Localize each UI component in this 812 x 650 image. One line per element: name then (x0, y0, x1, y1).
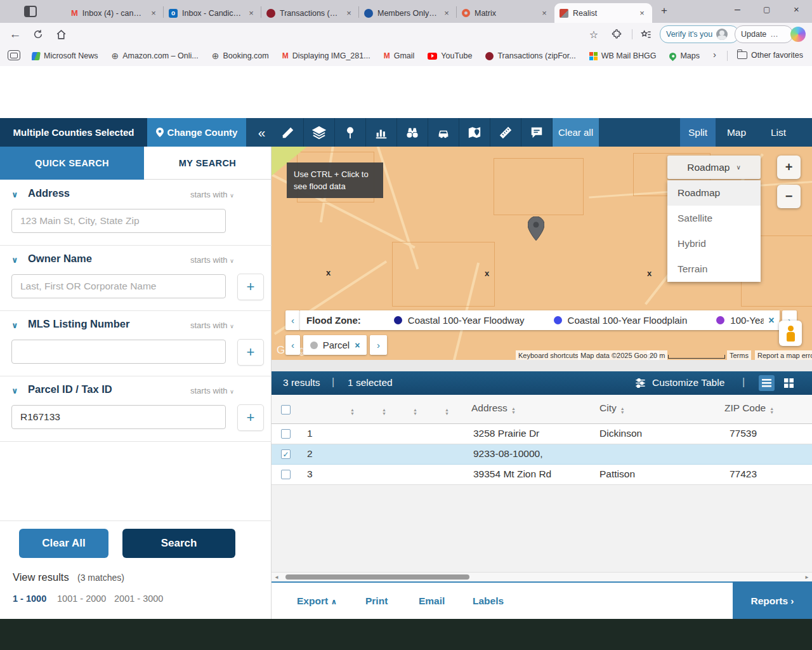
customize-table-icon[interactable] (634, 377, 646, 389)
window-maximize-icon[interactable]: ▢ (763, 5, 770, 14)
tab-close-icon[interactable]: × (148, 8, 159, 18)
other-favorites-button[interactable]: Other favorites (737, 51, 803, 60)
table-row[interactable]: 1 3258 Prairie Dr Dickinson 77539 (272, 424, 812, 444)
map-type-option-terrain[interactable]: Terrain (667, 256, 761, 282)
email-button[interactable]: Email (419, 595, 445, 607)
row-address[interactable]: 9233-08-10000, (473, 448, 542, 460)
sort-icon[interactable]: ▲▼ (378, 404, 386, 415)
sort-icon[interactable]: ▲▼ (346, 404, 355, 415)
tab-close-icon[interactable]: × (637, 8, 647, 18)
bookmark-maps[interactable]: Maps (669, 51, 700, 60)
zoom-in-button[interactable]: + (777, 156, 801, 179)
row-address[interactable]: 39354 Mt Zion Rd (473, 468, 551, 480)
add-mls-icon[interactable]: + (237, 339, 264, 366)
row-checkbox[interactable] (281, 470, 291, 479)
scrollbar-thumb[interactable] (285, 574, 469, 580)
labels-button[interactable]: Labels (473, 595, 504, 607)
map-type-option-roadmap[interactable]: Roadmap (667, 180, 761, 206)
map-canvas[interactable]: Use CTRL + Click tosee flood data x x x … (272, 147, 812, 360)
table-row-selected[interactable]: ✓ 2 9233-08-10000, (272, 444, 812, 465)
view-list-button[interactable]: List (757, 118, 799, 147)
tab-outlook-inbox[interactable]: o Inbox - Candice Clar × (164, 3, 261, 23)
customize-table-button[interactable]: Customize Table (652, 377, 724, 388)
export-button[interactable]: Export ∧ (297, 595, 337, 607)
scroll-right-icon[interactable]: ► (804, 574, 809, 580)
chart-icon[interactable] (366, 118, 397, 147)
clear-all-button[interactable]: Clear all (553, 118, 599, 147)
parcel-match-type[interactable]: starts with ∨ (190, 386, 234, 395)
bookmark-zipform[interactable]: Transactions (zipFor... (485, 51, 575, 60)
map-type-option-hybrid[interactable]: Hybrid (667, 231, 761, 256)
add-parcel-icon[interactable]: + (237, 404, 264, 431)
map-terms-link[interactable]: Terms (727, 350, 751, 360)
tab-matrix[interactable]: Matrix × (457, 3, 554, 23)
section-chevron-icon[interactable]: ∨ (11, 190, 18, 199)
print-button[interactable]: Print (365, 595, 388, 607)
home-icon[interactable] (52, 25, 70, 43)
parcel-id-input[interactable] (11, 405, 226, 429)
view-split-button[interactable]: Split (680, 118, 716, 147)
back-icon[interactable]: ← (6, 25, 24, 43)
layers-icon[interactable] (304, 118, 335, 147)
change-county-button[interactable]: Change County (147, 118, 246, 147)
bookmarks-overflow-icon[interactable]: › (713, 49, 716, 60)
bookmark-amazon[interactable]: ⊕Amazon.com – Onli... (111, 51, 198, 61)
grid-view-icon[interactable] (781, 375, 797, 391)
favorites-list-icon[interactable] (637, 25, 655, 43)
sort-icon[interactable]: ▲▼ (441, 404, 449, 415)
bookmark-youtube[interactable]: YouTube (428, 51, 472, 60)
select-all-checkbox[interactable] (281, 405, 291, 415)
page-link-3[interactable]: 2001 - 3000 (114, 594, 163, 604)
reports-button[interactable]: Reports › (733, 581, 812, 620)
bookmark-booking[interactable]: ⊕Booking.com (212, 51, 269, 61)
section-chevron-icon[interactable]: ∨ (11, 321, 18, 330)
row-checkbox[interactable] (281, 429, 291, 439)
search-button[interactable]: Search (122, 529, 235, 558)
bookmark-gmail[interactable]: MGmail (384, 51, 415, 60)
workspaces-icon[interactable] (24, 6, 37, 17)
table-row[interactable]: 3 39354 Mt Zion Rd Pattison 77423 (272, 465, 812, 485)
refresh-icon[interactable] (29, 25, 47, 43)
tab-zipform[interactable]: Transactions (zipFor × (261, 3, 359, 23)
row-checkbox-checked[interactable]: ✓ (281, 449, 291, 459)
bookmark-microsoft-news[interactable]: Microsoft News (32, 51, 98, 60)
map-type-button[interactable]: Roadmap ∨ (667, 156, 761, 179)
favorite-star-icon[interactable]: ☆ (585, 25, 603, 43)
comment-icon[interactable] (521, 118, 553, 147)
update-button[interactable]: Update … (735, 25, 793, 43)
extensions-icon[interactable] (608, 25, 625, 43)
tab-realist-active[interactable]: Realist × (554, 3, 652, 23)
legend-close-icon[interactable]: × (764, 313, 779, 328)
list-view-icon[interactable] (759, 375, 775, 391)
tab-close-icon[interactable]: × (539, 8, 549, 18)
map-pin-icon[interactable] (335, 118, 366, 147)
clear-all-button[interactable]: Clear All (19, 529, 108, 558)
sidebar-icon[interactable] (8, 50, 20, 60)
map-type-option-satellite[interactable]: Satellite (667, 206, 761, 231)
tab-quick-search[interactable]: QUICK SEARCH (0, 147, 144, 180)
chip-prev-icon[interactable]: ‹ (285, 335, 300, 355)
column-zip[interactable]: ZIP Code▲▼ (724, 402, 774, 414)
bookmark-wb-mail[interactable]: WB Mail BHGG (589, 51, 657, 60)
scroll-left-icon[interactable]: ◄ (274, 574, 279, 580)
binoculars-icon[interactable] (397, 118, 428, 147)
tab-close-icon[interactable]: × (344, 8, 354, 18)
zoom-out-button[interactable]: − (777, 185, 801, 208)
horizontal-scrollbar[interactable]: ◄ ► (272, 572, 812, 581)
view-map-button[interactable]: Map (716, 118, 757, 147)
mls-match-type[interactable]: starts with ∨ (190, 321, 234, 330)
tab-close-icon[interactable]: × (246, 8, 256, 18)
add-owner-icon[interactable]: + (237, 274, 264, 300)
new-tab-icon[interactable]: + (661, 4, 667, 17)
parcel-chip[interactable]: Parcel × (303, 335, 367, 355)
page-link-1[interactable]: 1 - 1000 (13, 594, 46, 604)
column-city[interactable]: City▲▼ (599, 402, 625, 414)
section-chevron-icon[interactable]: ∨ (11, 255, 18, 265)
mls-number-input[interactable] (11, 340, 226, 364)
tab-my-search[interactable]: MY SEARCH (144, 147, 271, 180)
parcel-chip-close-icon[interactable]: × (355, 340, 360, 350)
owner-name-input[interactable] (11, 274, 226, 298)
chip-next-icon[interactable]: › (370, 335, 387, 355)
map-marker-icon[interactable] (528, 216, 544, 241)
more-icon[interactable]: … (770, 30, 778, 39)
